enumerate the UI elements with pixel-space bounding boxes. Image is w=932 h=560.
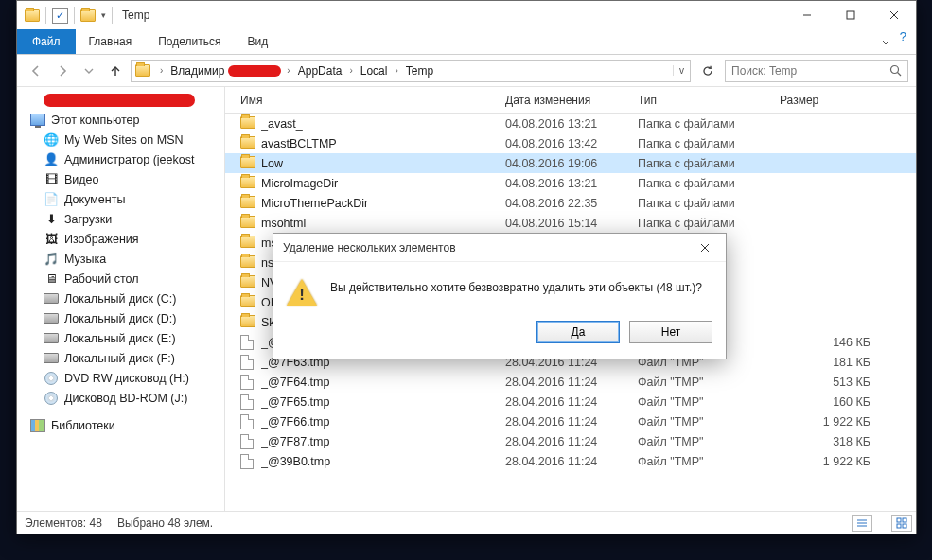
folder-icon — [240, 196, 255, 208]
sidebar-item[interactable]: Дисковод BD-ROM (J:) — [17, 388, 224, 408]
view-details-button[interactable] — [852, 515, 872, 532]
no-button[interactable]: Нет — [629, 321, 712, 343]
sidebar-item-icon — [44, 311, 59, 326]
col-size[interactable]: Размер — [780, 94, 884, 107]
sidebar-item[interactable]: 🖼Изображения — [17, 229, 224, 249]
file-name: _@7F87.tmp — [261, 435, 505, 448]
chevron-right-icon[interactable]: › — [156, 65, 167, 76]
file-row[interactable]: _@7F64.tmp28.04.2016 11:24Файл "TMP"513 … — [225, 372, 916, 392]
file-type: Файл "TMP" — [638, 395, 780, 409]
chevron-right-icon[interactable]: › — [283, 65, 293, 76]
sidebar-item[interactable]: Локальный диск (F:) — [17, 348, 224, 368]
col-name[interactable]: Имя — [240, 94, 505, 107]
file-date: 04.08.2016 22:35 — [505, 197, 638, 210]
file-row[interactable]: _avast_04.08.2016 13:21Папка с файлами — [225, 114, 916, 133]
file-name: Low — [261, 157, 505, 170]
sidebar-item-this-pc[interactable]: Этот компьютер — [17, 110, 224, 130]
sidebar-item[interactable]: 🌐My Web Sites on MSN — [17, 130, 224, 149]
qat-newfolder-icon[interactable] — [80, 9, 96, 22]
sidebar-item[interactable]: 👤Администратор (jeekost — [17, 149, 224, 169]
breadcrumb-dropdown-icon[interactable]: v — [673, 65, 690, 76]
sidebar-item-label: Изображения — [64, 233, 139, 246]
close-button[interactable] — [872, 1, 916, 29]
maximize-button[interactable] — [829, 1, 872, 29]
chevron-right-icon[interactable]: › — [345, 65, 356, 76]
file-type: Папка с файлами — [638, 177, 780, 190]
yes-button[interactable]: Да — [536, 321, 620, 343]
qat-separator — [74, 7, 75, 24]
breadcrumb-seg-local[interactable]: Local — [359, 64, 390, 78]
file-row[interactable]: _@7F65.tmp28.04.2016 11:24Файл "TMP"160 … — [225, 392, 916, 411]
dialog-close-button[interactable] — [684, 234, 726, 262]
tab-home[interactable]: Главная — [76, 29, 146, 54]
tab-view[interactable]: Вид — [234, 29, 281, 54]
col-date[interactable]: Дата изменения — [505, 94, 638, 107]
sidebar-item-label: Библиотеки — [51, 419, 115, 432]
file-date: 28.04.2016 11:24 — [505, 415, 638, 429]
file-date: 28.04.2016 11:24 — [505, 455, 638, 468]
file-row[interactable]: _@7F66.tmp28.04.2016 11:24Файл "TMP"1 92… — [225, 411, 916, 431]
sidebar-item[interactable]: Локальный диск (D:) — [17, 308, 224, 328]
file-row[interactable]: Low04.08.2016 19:06Папка с файлами — [225, 153, 916, 173]
breadcrumb[interactable]: › Владимир › AppData › Local › Temp v — [131, 60, 691, 82]
ribbon-expand-icon[interactable] — [871, 29, 900, 54]
sidebar-item[interactable]: DVD RW дисковод (H:) — [17, 368, 224, 388]
app-folder-icon — [25, 9, 40, 22]
sidebar-item[interactable]: ⬇Загрузки — [17, 209, 224, 229]
folder-icon — [240, 216, 255, 228]
file-date: 28.04.2016 11:24 — [505, 435, 638, 448]
sidebar-item-label: Видео — [64, 173, 99, 186]
breadcrumb-seg-temp[interactable]: Temp — [404, 64, 435, 78]
nav-history-dropdown[interactable] — [78, 60, 100, 82]
file-type: Папка с файлами — [638, 117, 780, 131]
sidebar-item-label: Локальный диск (D:) — [64, 312, 176, 325]
sidebar-item[interactable]: Локальный диск (E:) — [17, 328, 224, 348]
file-row[interactable]: avastBCLTMP04.08.2016 13:42Папка с файла… — [225, 133, 916, 153]
breadcrumb-seg-appdata[interactable]: AppData — [296, 64, 344, 78]
column-headers[interactable]: Имя Дата изменения Тип Размер — [225, 87, 916, 114]
search-input[interactable]: Поиск: Temp — [725, 60, 908, 82]
sidebar-item[interactable]: 🎞Видео — [17, 169, 224, 189]
status-item-count: Элементов: 48 — [25, 516, 102, 530]
file-row[interactable]: msohtml04.08.2016 15:14Папка с файлами — [225, 213, 916, 233]
sidebar-item[interactable]: 📄Документы — [17, 189, 224, 209]
search-placeholder: Поиск: Temp — [731, 64, 797, 78]
file-type: Папка с файлами — [638, 197, 780, 210]
file-name: MicroThemePackDir — [261, 197, 505, 210]
sidebar-item[interactable]: Локальный диск (C:) — [17, 289, 224, 308]
file-name: _@7F64.tmp — [261, 376, 505, 389]
chevron-right-icon[interactable]: › — [391, 65, 401, 76]
redacted-text — [228, 65, 281, 77]
qat-separator — [45, 7, 46, 24]
view-large-icons-button[interactable] — [891, 515, 912, 532]
nav-sidebar: Этот компьютер 🌐My Web Sites on MSN👤Адми… — [17, 87, 225, 511]
sidebar-item-libraries[interactable]: Библиотеки — [17, 415, 224, 435]
nav-up-button[interactable] — [104, 60, 127, 82]
file-row[interactable]: MicroImageDir04.08.2016 13:21Папка с фай… — [225, 173, 916, 193]
dialog-title: Удаление нескольких элементов — [283, 241, 456, 254]
sidebar-item[interactable]: 🎵Музыка — [17, 249, 224, 269]
file-size: 146 КБ — [780, 336, 870, 349]
file-row[interactable]: _@39B0.tmp28.04.2016 11:24Файл "TMP"1 92… — [225, 451, 916, 471]
sidebar-item-icon: 🌐 — [44, 132, 59, 148]
refresh-button[interactable] — [695, 60, 721, 82]
breadcrumb-seg-user[interactable]: Владимир — [168, 64, 226, 78]
sidebar-item-icon — [44, 391, 59, 406]
folder-icon — [240, 315, 255, 327]
tab-share[interactable]: Поделиться — [145, 29, 234, 54]
qat-dropdown-icon[interactable]: ▾ — [101, 10, 106, 20]
tab-file[interactable]: Файл — [17, 29, 76, 54]
col-type[interactable]: Тип — [638, 94, 780, 107]
sidebar-item[interactable]: 🖥Рабочий стол — [17, 269, 224, 289]
sidebar-item-icon — [44, 351, 59, 366]
svg-rect-12 — [897, 524, 901, 528]
file-row[interactable]: MicroThemePackDir04.08.2016 22:35Папка с… — [225, 193, 916, 213]
file-row[interactable]: _@7F87.tmp28.04.2016 11:24Файл "TMP"318 … — [225, 431, 916, 451]
help-icon[interactable]: ? — [900, 29, 916, 54]
qat-properties-button[interactable]: ✓ — [52, 8, 68, 24]
file-name: MicroImageDir — [261, 177, 505, 190]
nav-back-button[interactable] — [25, 60, 47, 82]
minimize-button[interactable] — [785, 1, 829, 29]
explorer-window: ✓ ▾ Temp Файл Главная Поделиться Вид ? › — [16, 0, 917, 534]
nav-forward-button[interactable] — [51, 60, 74, 82]
